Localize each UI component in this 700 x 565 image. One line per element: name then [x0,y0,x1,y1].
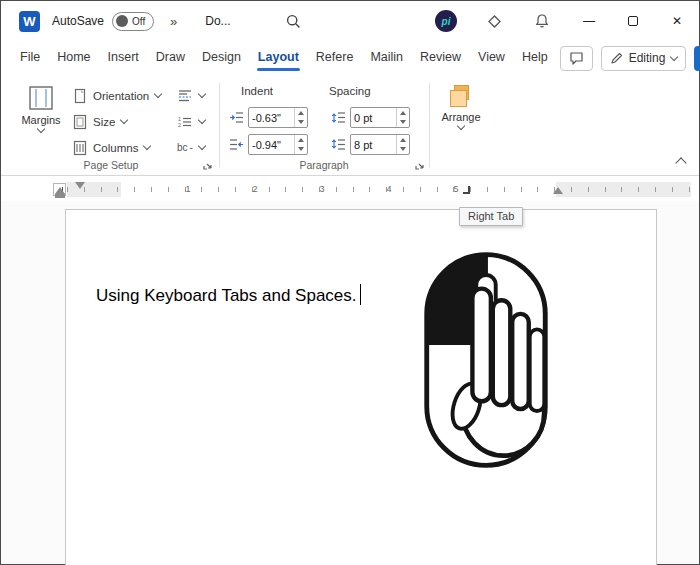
chevron-down-icon [154,90,162,98]
tab-home[interactable]: Home [52,43,95,73]
ruler-number: 3 [319,184,324,194]
hyphenation-dropdown[interactable]: bc - [177,135,205,160]
hyphen-glyph: - [190,142,193,153]
overflow-chevron-icon[interactable]: » [170,14,177,29]
margins-button[interactable]: Margins [13,83,69,132]
spin-down-button[interactable] [397,145,409,155]
tab-insert[interactable]: Insert [103,43,144,73]
tab-design[interactable]: Design [197,43,246,73]
minimize-button[interactable]: — [567,1,611,41]
spin-down-button[interactable] [295,145,307,155]
paragraph-group-label: Paragraph [229,159,419,171]
collapse-ribbon-button[interactable] [675,157,686,168]
tab-mailings[interactable]: Mailin [365,43,408,73]
indent-right-spinners [294,135,307,154]
spacing-before-icon [331,111,346,124]
document-name[interactable]: Do... [205,14,230,28]
tab-file[interactable]: File [15,43,45,73]
share-button[interactable] [694,46,700,71]
orientation-icon [73,88,87,104]
spacing-label: Spacing [329,85,371,97]
notifications-bell-icon[interactable] [531,10,553,32]
spin-down-button[interactable] [397,118,409,128]
spin-up-button[interactable] [295,135,307,145]
columns-dropdown[interactable]: Columns [73,135,150,160]
tab-review[interactable]: Review [415,43,466,73]
arrange-button[interactable]: Arrange [433,83,489,129]
chevron-down-icon [198,116,206,124]
autosave-state: Off [132,16,145,27]
page-setup-dialog-launcher[interactable] [201,158,214,171]
chevron-down-icon [457,122,465,130]
document-area: Using Keyboard Tabs and Spaces. [1,201,699,564]
spacing-after-spinners [396,135,409,154]
hanging-indent-marker[interactable] [55,187,65,194]
addin-pi-icon[interactable]: pi [435,10,457,32]
titlebar-right: pi — ✕ [435,1,699,41]
chevron-down-icon [143,142,151,150]
indent-left-spinners [294,108,307,127]
spacing-after-input[interactable] [351,135,396,154]
breaks-dropdown[interactable] [177,83,205,108]
size-dropdown[interactable]: Size [73,109,127,134]
spin-up-button[interactable] [397,108,409,118]
tab-references[interactable]: Refere [311,43,359,73]
orientation-dropdown[interactable]: Orientation [73,83,161,108]
ribbon-tab-row: File Home Insert Draw Design Layout Refe… [1,41,699,75]
close-button[interactable]: ✕ [655,1,699,41]
spacing-before-input[interactable] [351,108,396,127]
comments-button[interactable] [560,46,593,71]
document-text: Using Keyboard Tabs and Spaces. [96,286,357,305]
indent-right-input[interactable] [249,135,294,154]
maximize-icon [628,16,638,26]
addin-diamond-icon[interactable] [483,10,505,32]
right-tab-tooltip: Right Tab [459,207,523,226]
group-divider [429,83,430,167]
spacing-before-spinners [396,108,409,127]
indent-left-input[interactable] [249,108,294,127]
spin-up-button[interactable] [397,135,409,145]
size-icon [73,114,87,130]
group-divider [219,83,220,167]
tab-draw[interactable]: Draw [151,43,190,73]
pen-icon [610,52,623,65]
indent-left-field [248,107,308,128]
page[interactable]: Using Keyboard Tabs and Spaces. [65,209,657,565]
chevron-down-icon [37,125,45,133]
spin-up-button[interactable] [295,108,307,118]
horizontal-ruler[interactable]: 1 2 3 4 5 [53,179,691,200]
right-tab-stop-marker[interactable] [463,186,470,194]
editing-dropdown[interactable]: Editing [601,46,687,71]
search-icon[interactable] [283,10,305,32]
left-indent-marker[interactable] [55,194,65,198]
toggle-knob-icon [116,15,128,27]
spacing-after-field [350,134,410,155]
right-indent-marker[interactable] [553,187,563,194]
chevron-down-icon [198,90,206,98]
orientation-label: Orientation [93,90,149,102]
svg-text:2: 2 [178,122,181,128]
spacing-before-field [350,107,410,128]
titlebar: W AutoSave Off » Do... pi — ✕ [1,1,699,41]
line-numbers-dropdown[interactable]: 12 [177,109,205,134]
page-setup-group-label: Page Setup [13,159,209,171]
tab-view[interactable]: View [473,43,510,73]
chevron-down-icon [198,142,206,150]
size-label: Size [93,116,115,128]
tabrow-right: Editing [560,46,700,71]
indent-right-field [248,134,308,155]
maximize-button[interactable] [611,1,655,41]
autosave-toggle[interactable]: Off [112,12,154,31]
indent-right-icon [229,138,244,151]
spin-down-button[interactable] [295,118,307,128]
ruler-number: 4 [386,184,391,194]
word-window: W AutoSave Off » Do... pi — ✕ File Home … [0,0,700,565]
ruler-number: 2 [252,184,257,194]
tab-help[interactable]: Help [517,43,553,73]
ruler-number: 1 [185,184,190,194]
paragraph-dialog-launcher[interactable] [413,158,426,171]
first-line-indent-marker[interactable] [75,182,85,189]
tab-layout[interactable]: Layout [253,43,304,73]
mouse-image[interactable] [418,244,558,479]
word-logo[interactable]: W [19,11,40,32]
